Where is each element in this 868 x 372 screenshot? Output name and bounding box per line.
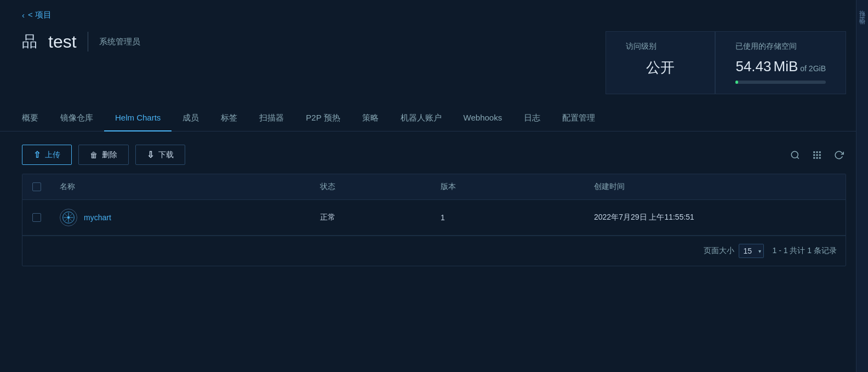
tab-policy[interactable]: 策略 — [351, 107, 390, 131]
svg-rect-6 — [816, 154, 818, 156]
grid-icon — [812, 150, 822, 160]
storage-of: of 2GiB — [800, 64, 826, 73]
upload-button[interactable]: ⇧ 上传 — [22, 145, 72, 165]
access-level-card: 访问级别 公开 — [606, 31, 715, 94]
page-size-dropdown[interactable]: 15 25 50 — [739, 244, 764, 258]
tab-robot-accounts[interactable]: 机器人账户 — [390, 107, 453, 131]
row-created-cell: 2022年7月29日 上午11:55:51 — [585, 200, 846, 235]
helm-icon — [60, 209, 77, 226]
col-created: 创建时间 — [585, 174, 846, 199]
helm-logo-icon — [62, 211, 75, 224]
project-role: 系统管理员 — [99, 37, 140, 47]
back-icon: ‹ — [22, 10, 25, 20]
back-label: < 项目 — [28, 10, 52, 20]
storage-progress-fill — [735, 81, 738, 84]
svg-point-0 — [791, 151, 798, 158]
svg-rect-8 — [813, 157, 815, 158]
storage-label: 已使用的存储空间 — [735, 42, 826, 51]
tabs-nav: 概要 镜像仓库 Helm Charts 成员 标签 扫描器 P2P 预热 策略 … — [0, 94, 868, 131]
upload-label: 上传 — [45, 150, 60, 160]
right-sidebar: 拖 日 志 输 — [856, 0, 868, 372]
access-level-label: 访问级别 — [626, 42, 695, 51]
charts-table: 名称 状态 版本 创建时间 — [22, 174, 846, 266]
toolbar-right — [788, 148, 846, 162]
back-link[interactable]: ‹ < 项目 — [0, 0, 73, 26]
stats-cards: 访问级别 公开 已使用的存储空间 54.43 MiB of 2GiB — [606, 31, 846, 94]
tab-tags[interactable]: 标签 — [210, 107, 248, 131]
tab-members[interactable]: 成员 — [172, 107, 210, 131]
page-size-label: 页面大小 — [704, 246, 734, 256]
select-all-cell — [22, 174, 51, 199]
svg-line-1 — [797, 157, 798, 158]
svg-point-12 — [67, 216, 70, 219]
table-row: mychart 正常 1 2022年7月29日 上午11:55:51 — [22, 200, 846, 236]
svg-rect-2 — [813, 151, 815, 153]
row-select-cell — [22, 200, 51, 235]
storage-used: 54.43 — [735, 58, 771, 75]
tab-p2p[interactable]: P2P 预热 — [295, 107, 351, 131]
svg-rect-10 — [819, 157, 821, 158]
search-button[interactable] — [788, 148, 802, 162]
svg-rect-7 — [819, 154, 821, 156]
pagination-info: 1 - 1 共计 1 条记录 — [773, 246, 837, 256]
chart-name-link[interactable]: mychart — [84, 213, 111, 222]
row-name-cell: mychart — [51, 200, 311, 235]
download-icon: ⇩ — [147, 150, 154, 160]
right-sidebar-text: 拖 日 志 输 — [858, 5, 866, 14]
tab-webhooks[interactable]: Webhooks — [453, 107, 513, 131]
project-info: 品 test 系统管理员 — [22, 31, 140, 52]
upload-icon: ⇧ — [33, 150, 41, 160]
tab-image-repo[interactable]: 镜像仓库 — [49, 107, 104, 131]
chart-name-group: mychart — [60, 209, 111, 226]
tab-helm-charts[interactable]: Helm Charts — [104, 107, 172, 131]
delete-icon: 🗑 — [90, 151, 98, 159]
header-divider — [88, 32, 88, 51]
delete-button[interactable]: 🗑 删除 — [78, 145, 129, 165]
tab-logs[interactable]: 日志 — [513, 107, 551, 131]
page-size-wrapper: 15 25 50 — [739, 244, 764, 258]
svg-line-17 — [65, 214, 67, 216]
storage-progress-bar — [735, 81, 826, 84]
search-icon — [790, 150, 800, 160]
tab-overview[interactable]: 概要 — [22, 107, 49, 131]
tab-config[interactable]: 配置管理 — [551, 107, 606, 131]
download-label: 下载 — [158, 150, 174, 160]
tab-scanner[interactable]: 扫描器 — [248, 107, 295, 131]
project-icon: 品 — [22, 31, 37, 52]
delete-label: 删除 — [102, 150, 117, 160]
select-all-checkbox[interactable] — [32, 182, 41, 191]
svg-rect-4 — [819, 151, 821, 153]
col-version: 版本 — [432, 174, 585, 199]
download-button[interactable]: ⇩ 下载 — [135, 145, 185, 165]
row-version-cell: 1 — [432, 200, 585, 235]
svg-line-19 — [70, 214, 72, 216]
refresh-button[interactable] — [832, 148, 846, 162]
row-checkbox[interactable] — [32, 213, 41, 222]
toolbar-left: ⇧ 上传 🗑 删除 ⇩ 下载 — [22, 145, 185, 165]
access-level-value: 公开 — [626, 58, 695, 77]
pagination-row: 页面大小 15 25 50 1 - 1 共计 1 条记录 — [22, 236, 846, 266]
storage-card: 已使用的存储空间 54.43 MiB of 2GiB — [715, 31, 846, 94]
svg-line-18 — [70, 219, 72, 221]
page-size-select: 页面大小 15 25 50 — [704, 244, 764, 258]
table-header: 名称 状态 版本 创建时间 — [22, 174, 846, 200]
svg-rect-5 — [813, 154, 815, 156]
refresh-icon — [834, 150, 844, 160]
svg-line-20 — [65, 219, 67, 221]
row-status-cell: 正常 — [311, 200, 432, 235]
project-name: test — [48, 32, 77, 52]
col-status: 状态 — [311, 174, 432, 199]
col-name: 名称 — [51, 174, 311, 199]
toolbar: ⇧ 上传 🗑 删除 ⇩ 下载 — [0, 131, 868, 174]
header-section: 品 test 系统管理员 访问级别 公开 已使用的存储空间 54.43 MiB … — [0, 26, 868, 94]
svg-rect-9 — [816, 157, 818, 158]
grid-view-button[interactable] — [810, 148, 824, 162]
storage-unit: MiB — [774, 58, 798, 75]
svg-rect-3 — [816, 151, 818, 153]
